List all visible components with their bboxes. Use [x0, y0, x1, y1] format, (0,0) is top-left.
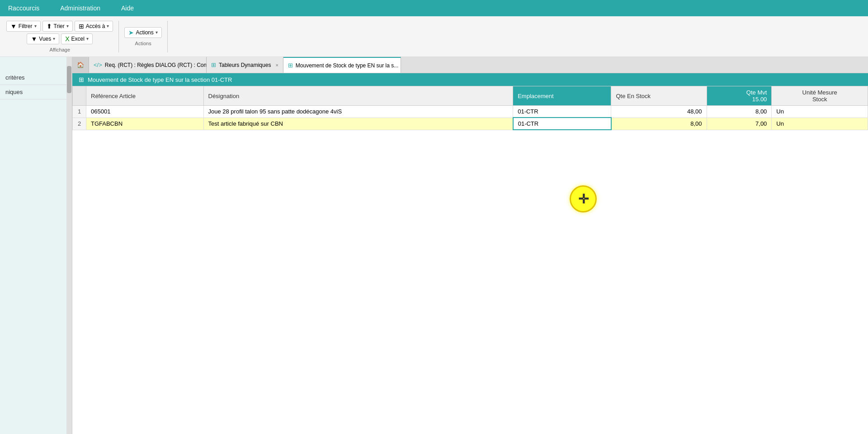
actions-icon: ➤ [128, 29, 134, 36]
menu-aide[interactable]: Aide [118, 3, 137, 14]
row2-num: 2 [73, 118, 86, 130]
sidebar: × critères niques [0, 57, 72, 434]
row2-qte-stock: 8,00 [611, 118, 707, 130]
vues-arrow: ▾ [53, 36, 55, 41]
tab-bar: 🏠 </> Req. (RCT) : Règles DIALOG (RCT) :… [72, 57, 868, 73]
vues-button[interactable]: ▼ Vues ▾ [27, 33, 59, 44]
trier-arrow: ▾ [66, 24, 69, 28]
trier-button[interactable]: ⬆ Trier ▾ [42, 21, 73, 32]
tab-req[interactable]: </> Req. (RCT) : Règles DIALOG (RCT) : C… [89, 57, 207, 73]
tab-mouvement-label: Mouvement de Stock de type EN sur la s..… [296, 62, 398, 69]
scroll-thumb [67, 66, 71, 93]
sidebar-item-niques[interactable]: niques [0, 85, 72, 99]
actions-group: ➤ Actions ▾ Actions [123, 21, 167, 52]
row2-emplacement[interactable]: 01-CTR [513, 118, 611, 130]
filtrer-arrow: ▾ [34, 24, 37, 28]
tab-tableurs[interactable]: ⊞ Tableurs Dynamiques × [207, 57, 283, 73]
col-reference: Référence Article [86, 86, 204, 106]
toolbar: ▼ Filtrer ▾ ⬆ Trier ▾ ⊞ Accès à ▾ ▼ Vues… [0, 16, 868, 57]
tab-req-label: Req. (RCT) : Règles DIALOG (RCT) : Contr… [105, 62, 207, 68]
row2-designation: Test article fabriqué sur CBN [203, 118, 513, 130]
toolbar-row-1: ▼ Filtrer ▾ ⬆ Trier ▾ ⊞ Accès à ▾ [6, 21, 113, 32]
filtrer-button[interactable]: ▼ Filtrer ▾ [6, 21, 41, 32]
sort-icon: ⬆ [47, 23, 52, 30]
tab-mouvement-icon: ⊞ [288, 62, 293, 69]
document-title: Mouvement de Stock de type EN sur la sec… [88, 76, 232, 83]
tab-tableurs-label: Tableurs Dynamiques [219, 62, 271, 68]
content-area: 🏠 </> Req. (RCT) : Règles DIALOG (RCT) :… [72, 57, 868, 434]
col-qte-mvt-value: 15.00 [752, 96, 767, 103]
col-qte-stock: Qte En Stock [611, 86, 707, 106]
col-emplacement: Emplacement [513, 86, 611, 106]
document-header: ⊞ Mouvement de Stock de type EN sur la s… [72, 73, 868, 86]
tab-tableurs-icon: ⊞ [211, 61, 216, 68]
menu-raccourcis[interactable]: Raccourcis [5, 3, 43, 14]
row1-designation: Joue 28 profil talon 95 sans patte dodéc… [203, 106, 513, 118]
actions-row: ➤ Actions ▾ [124, 27, 161, 38]
toolbar-row-2: ▼ Vues ▾ X Excel ▾ [27, 33, 92, 44]
sidebar-scrollbar[interactable] [66, 57, 72, 434]
data-table-wrapper[interactable]: Référence Article Désignation Emplacemen… [72, 86, 868, 434]
col-qte-mvt-label: Qte Mvt [746, 89, 767, 96]
col-designation: Désignation [203, 86, 513, 106]
row1-reference: 065001 [86, 106, 204, 118]
home-icon: 🏠 [77, 61, 84, 68]
row1-qte-mvt: 8,00 [707, 106, 772, 118]
row1-emplacement: 01-CTR [513, 106, 611, 118]
home-button[interactable]: 🏠 [72, 57, 89, 73]
sidebar-item-criteres[interactable]: critères [0, 71, 72, 85]
data-table: Référence Article Désignation Emplacemen… [72, 86, 868, 130]
menu-administration[interactable]: Administration [57, 3, 104, 14]
table-row: 2 TGFABCBN Test article fabriqué sur CBN… [73, 118, 868, 130]
row1-num: 1 [73, 106, 86, 118]
row2-qte-mvt: 7,00 [707, 118, 772, 130]
col-num [73, 86, 86, 106]
excel-arrow: ▾ [86, 36, 89, 41]
row2-unite: Un [772, 118, 868, 130]
actions-arrow: ▾ [156, 30, 158, 35]
excel-icon: X [65, 35, 69, 42]
row1-qte-stock: 48,00 [611, 106, 707, 118]
col-unite-label1: Unité Mesure [802, 89, 837, 96]
acces-button[interactable]: ⊞ Accès à ▾ [75, 21, 113, 32]
tab-mouvement[interactable]: ⊞ Mouvement de Stock de type EN sur la s… [283, 57, 401, 73]
document-icon: ⊞ [79, 76, 84, 83]
acces-icon: ⊞ [79, 23, 84, 30]
vues-icon: ▼ [31, 35, 37, 42]
main-content: × critères niques 🏠 </> Req. (RCT) : Règ… [0, 57, 868, 434]
row1-unite: Un [772, 106, 868, 118]
excel-button[interactable]: X Excel ▾ [61, 33, 93, 44]
col-unite-label2: Stock [812, 96, 827, 103]
tab-tableurs-close[interactable]: × [275, 62, 278, 68]
table-row: 1 065001 Joue 28 profil talon 95 sans pa… [73, 106, 868, 118]
filter-icon: ▼ [10, 23, 17, 30]
affichage-label: Affichage [49, 47, 70, 52]
affichage-group: ▼ Filtrer ▾ ⬆ Trier ▾ ⊞ Accès à ▾ ▼ Vues… [5, 21, 119, 52]
tab-req-icon: </> [94, 61, 102, 68]
col-qte-mvt: Qte Mvt 15.00 [707, 86, 772, 106]
col-unite: Unité Mesure Stock [772, 86, 868, 106]
menu-bar: Raccourcis Administration Aide [0, 0, 868, 16]
actions-label: Actions [135, 41, 151, 46]
acces-arrow: ▾ [107, 24, 109, 28]
actions-button[interactable]: ➤ Actions ▾ [124, 27, 161, 38]
row2-reference: TGFABCBN [86, 118, 204, 130]
